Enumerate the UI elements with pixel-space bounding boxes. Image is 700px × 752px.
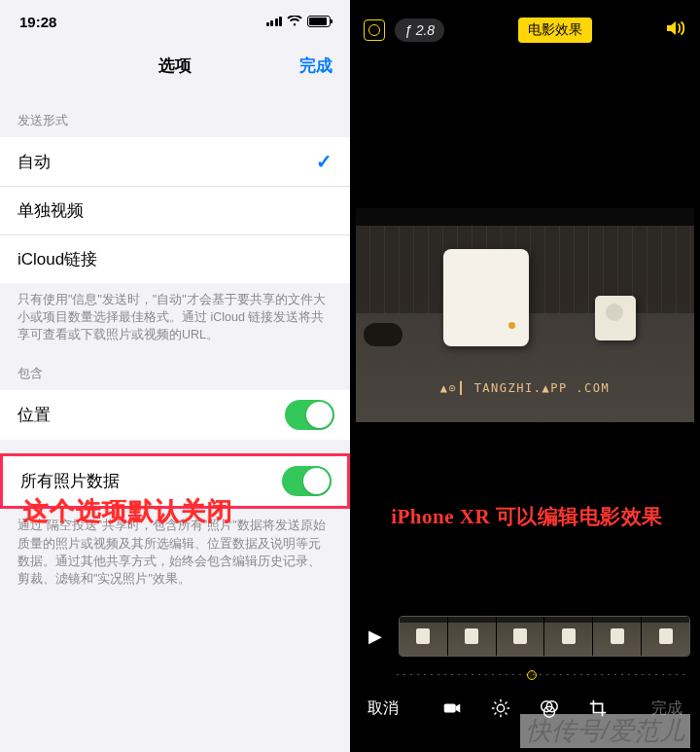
option-label: iCloud链接 — [18, 248, 97, 270]
aperture-badge[interactable]: ƒ 2.8 — [395, 18, 444, 42]
timeline-thumb — [544, 617, 592, 656]
svg-line-6 — [494, 701, 496, 703]
status-time: 19:28 — [19, 14, 56, 30]
send-footer-text: 只有使用"信息"发送时，"自动"才会基于要共享的文件大小或项目数量选择最佳格式。… — [0, 283, 350, 343]
svg-line-8 — [494, 713, 496, 715]
send-format-list: 自动 ✓ 单独视频 iCloud链接 — [0, 137, 350, 283]
cancel-button[interactable]: 取消 — [368, 698, 399, 719]
all-photo-data-toggle[interactable] — [282, 466, 332, 496]
timeline-thumb — [593, 617, 641, 656]
location-label: 位置 — [18, 404, 51, 426]
video-preview[interactable]: ▲⊙┃ TANGZHI.▲PP .COM — [356, 208, 694, 422]
send-option-icloud-link[interactable]: iCloud链接 — [0, 235, 350, 283]
adjust-tab-icon[interactable] — [490, 698, 511, 719]
video-editor-screen: ƒ 2.8 电影效果 ▲⊙┃ TANGZHI.▲PP .COM iPhone X… — [350, 0, 700, 752]
checkmark-icon: ✓ — [316, 150, 332, 173]
timeline-thumb — [497, 617, 544, 656]
focus-scrubber[interactable] — [397, 668, 686, 680]
large-charger-in-video — [443, 249, 529, 346]
timeline-thumb — [642, 617, 689, 656]
svg-line-9 — [506, 701, 508, 703]
location-toggle[interactable] — [285, 400, 334, 430]
send-option-individual-video[interactable]: 单独视频 — [0, 187, 350, 235]
cellular-signal-icon — [266, 17, 283, 26]
location-toggle-row: 位置 — [0, 390, 350, 440]
timeline-thumbnails[interactable] — [399, 616, 690, 657]
status-indicators — [266, 16, 332, 27]
status-bar: 19:28 — [0, 0, 350, 39]
watermark: 快传号/爱范儿 — [520, 714, 690, 748]
wifi-icon — [287, 16, 302, 27]
mouse-in-video — [364, 323, 402, 346]
video-tab-icon[interactable] — [441, 698, 463, 719]
send-option-auto[interactable]: 自动 ✓ — [0, 137, 350, 187]
option-label: 自动 — [18, 151, 51, 173]
ios-share-options-screen: 19:28 选项 完成 发送形式 自动 ✓ 单独视频 iCloud链接 只有 — [0, 0, 350, 752]
svg-point-1 — [497, 704, 504, 711]
live-photo-icon[interactable] — [364, 19, 385, 41]
all-photo-data-label: 所有照片数据 — [20, 470, 120, 492]
done-button[interactable]: 完成 — [299, 54, 332, 77]
section-label-include: 包含 — [0, 343, 350, 390]
scrubber-handle-icon[interactable] — [527, 670, 537, 680]
speaker-icon[interactable] — [665, 19, 686, 41]
section-label-send: 发送形式 — [0, 90, 350, 137]
annotation-text-left: 这个选项默认关闭 — [23, 494, 233, 528]
annotation-text-right: iPhone XR 可以编辑电影效果 — [364, 503, 690, 530]
svg-line-7 — [506, 713, 508, 715]
timeline-thumb — [400, 617, 447, 656]
modal-title: 选项 — [158, 54, 192, 77]
play-button[interactable]: ▶ — [360, 621, 391, 652]
timeline-thumb — [448, 617, 496, 656]
deskmat-text: ▲⊙┃ TANGZHI.▲PP .COM — [356, 381, 694, 395]
svg-rect-0 — [444, 703, 456, 712]
modal-header: 选项 完成 — [0, 41, 350, 90]
top-controls: ƒ 2.8 电影效果 — [350, 0, 700, 54]
cinematic-mode-badge[interactable]: 电影效果 — [518, 18, 592, 43]
option-label: 单独视频 — [18, 199, 84, 222]
timeline: ▶ — [360, 616, 690, 657]
battery-icon — [307, 16, 331, 27]
small-charger-in-video — [595, 296, 636, 340]
